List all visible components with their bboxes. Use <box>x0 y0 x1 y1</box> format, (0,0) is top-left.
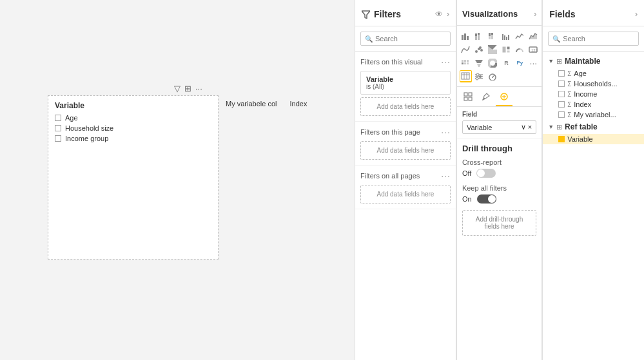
viz-icon-r-visual[interactable]: R <box>500 57 512 69</box>
field-dropdown-expand-icon[interactable]: ∨ <box>521 123 526 131</box>
viz-icon-matrix[interactable] <box>460 57 472 69</box>
field-checkbox-myvariabel[interactable] <box>558 111 565 118</box>
visualizations-panel: Visualizations › 123 R Py ··· <box>456 0 542 360</box>
svg-rect-32 <box>464 62 466 64</box>
table-toolbar-icon[interactable]: ⊞ <box>184 84 191 93</box>
fields-expand-icon[interactable]: › <box>635 10 638 19</box>
checkbox-income[interactable] <box>55 135 61 142</box>
filters-search-container: 🔍 <box>355 26 456 52</box>
add-data-page-btn[interactable]: Add data fields here <box>360 141 451 160</box>
cross-report-label: Cross-report <box>462 158 536 166</box>
filter-toolbar-icon[interactable]: ▽ <box>174 84 181 93</box>
viz-icon-table[interactable] <box>460 70 472 82</box>
filter-all-more[interactable]: ··· <box>441 171 451 181</box>
filter-on-all-label: Filters on all pages <box>360 172 420 180</box>
viz-tabs <box>457 87 542 107</box>
svg-marker-0 <box>362 11 370 19</box>
viz-icon-gauge[interactable] <box>514 43 526 55</box>
filter-page-more[interactable]: ··· <box>441 127 451 137</box>
filters-expand-icon[interactable]: › <box>447 10 449 19</box>
field-dropdown-clear-icon[interactable]: × <box>528 123 532 131</box>
viz-icon-treemap[interactable] <box>500 43 512 55</box>
fields-search-box[interactable]: 🔍 <box>548 32 639 46</box>
field-checkbox-households[interactable] <box>558 81 565 87</box>
viz-icon-scatter[interactable] <box>473 43 485 55</box>
checkbox-age[interactable] <box>55 115 61 121</box>
maintable-name: Maintable <box>565 57 600 66</box>
maintable-header[interactable]: ▼ ⊞ Maintable <box>543 54 644 68</box>
filter-card-sub: is (All) <box>366 83 445 90</box>
filter-visual-more[interactable]: ··· <box>441 57 451 67</box>
filters-visibility-icon[interactable]: 👁 <box>435 10 443 19</box>
viz-icon-kpi[interactable] <box>487 70 499 82</box>
filters-search-input[interactable] <box>375 35 446 43</box>
viz-icon-py-visual[interactable]: Py <box>514 57 526 69</box>
viz-panel-expand[interactable]: › <box>534 10 536 19</box>
tab-build[interactable] <box>460 90 476 106</box>
filter-card-title: Variable <box>366 75 445 83</box>
fields-panel: Fields › 🔍 ▼ ⊞ Maintable Σ Age Σ Househo… <box>542 0 644 360</box>
filters-panel: Filters 👁 › 🔍 Filters on this visual ···… <box>355 0 456 360</box>
viz-icon-bar[interactable] <box>460 30 472 42</box>
keep-filters-toggle[interactable] <box>477 194 496 204</box>
field-dropdown[interactable]: Variable ∨ × <box>462 120 536 134</box>
field-row-index[interactable]: Σ Index <box>543 99 644 109</box>
viz-icon-100-bar[interactable] <box>487 30 499 42</box>
visual-container[interactable]: Variable Age Household size Income group <box>48 95 219 260</box>
field-row-variable[interactable]: Variable <box>543 134 644 144</box>
filter-card-variable[interactable]: Variable is (All) <box>360 71 451 95</box>
viz-icon-stacked-bar[interactable] <box>473 30 485 42</box>
field-checkbox-variable[interactable] <box>558 136 565 142</box>
cross-report-toggle[interactable] <box>476 169 496 178</box>
svg-point-47 <box>476 77 478 80</box>
fields-search-container: 🔍 <box>543 26 644 52</box>
visual-item-household[interactable]: Household size <box>48 123 218 133</box>
filter-on-page-label: Filters on this page <box>360 128 420 136</box>
field-sigma-index: Σ <box>567 101 571 108</box>
add-data-all-btn[interactable]: Add data fields here <box>360 185 451 204</box>
field-checkbox-index[interactable] <box>558 101 565 108</box>
filters-search-box[interactable]: 🔍 <box>360 32 451 46</box>
svg-rect-24 <box>507 46 510 50</box>
tab-format[interactable] <box>478 90 494 106</box>
viz-icon-clustered-bar[interactable] <box>500 30 512 42</box>
field-row-myvariabel[interactable]: Σ My variabel... <box>543 109 644 120</box>
field-sigma-households: Σ <box>567 81 571 88</box>
viz-icon-ribbon[interactable] <box>460 43 472 55</box>
svg-point-17 <box>475 50 478 53</box>
checkbox-household[interactable] <box>55 125 61 131</box>
svg-rect-6 <box>478 35 480 40</box>
viz-icon-more[interactable]: ··· <box>527 57 540 69</box>
viz-icon-funnel[interactable] <box>473 57 485 69</box>
canvas-area: ▽ ⊞ ··· My variabele col Index Variable … <box>0 0 355 360</box>
field-row-households[interactable]: Σ Households... <box>543 79 644 89</box>
tab-analytics[interactable] <box>496 90 512 106</box>
viz-icon-area[interactable] <box>527 30 540 42</box>
field-sigma-income: Σ <box>567 91 571 98</box>
field-row-age[interactable]: Σ Age <box>543 68 644 79</box>
add-data-visual-btn[interactable]: Add data fields here <box>360 97 451 116</box>
field-checkbox-age[interactable] <box>558 70 565 77</box>
visual-item-age[interactable]: Age <box>48 113 218 123</box>
viz-panel-header: Visualizations › <box>457 0 542 26</box>
viz-icon-card[interactable]: 123 <box>527 43 540 55</box>
reftable-header[interactable]: ▼ ⊞ Ref table <box>543 120 644 134</box>
svg-rect-54 <box>469 97 472 100</box>
svg-point-45 <box>476 73 479 76</box>
filters-panel-header: Filters 👁 › <box>355 0 456 26</box>
field-row-income[interactable]: Σ Income <box>543 89 644 99</box>
viz-icon-pie[interactable] <box>487 43 499 55</box>
field-name-income: Income <box>574 90 597 98</box>
viz-icon-line[interactable] <box>514 30 526 42</box>
field-dropdown-actions: ∨ × <box>521 123 532 131</box>
fields-list: ▼ ⊞ Maintable Σ Age Σ Households... Σ In… <box>543 52 644 360</box>
viz-icon-donut[interactable] <box>487 57 499 69</box>
more-toolbar-icon[interactable]: ··· <box>195 84 202 93</box>
svg-rect-12 <box>502 34 503 40</box>
visual-item-income[interactable]: Income group <box>48 133 218 144</box>
field-checkbox-income[interactable] <box>558 91 565 97</box>
add-drill-through-btn[interactable]: Add drill-through fields here <box>462 210 536 236</box>
viz-icon-slicer[interactable] <box>473 70 485 82</box>
fields-search-input[interactable] <box>563 35 634 43</box>
svg-rect-5 <box>475 33 477 36</box>
